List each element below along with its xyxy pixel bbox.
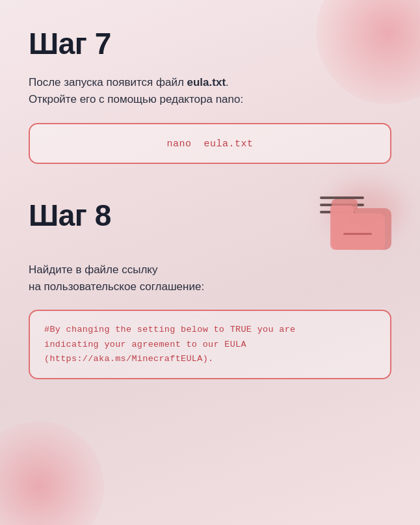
step-8-desc-line2: на пользовательское соглашение: (29, 280, 204, 293)
decorative-blob-bottom (0, 421, 104, 525)
step-7-desc-bold: eula.txt (187, 76, 226, 88)
step-8-title: Шаг 8 (29, 198, 111, 233)
step-7-section: Шаг 7 После запуска появится файл eula.t… (29, 26, 391, 164)
step-8-code-line2: indicating your agreement to our EULA (44, 340, 246, 349)
step-8-code-line1: #By changing the setting below to TRUE y… (44, 325, 295, 334)
step-8-section: Шаг 8 Найдите в файле ссылку на пользова… (29, 198, 391, 379)
folder-illustration (307, 191, 391, 250)
step-7-code-block: nano eula.txt (29, 123, 391, 164)
step-7-desc-dot: . (226, 76, 229, 88)
step-7-desc-text1: После запуска появится файл (29, 76, 187, 88)
step-7-title: Шаг 7 (29, 26, 391, 61)
step-8-code-line3: (https://aka.ms/MinecraftEULA). (44, 354, 213, 364)
step-7-command: nano eula.txt (166, 139, 253, 150)
folder-line (343, 233, 372, 235)
step-7-desc-text2: Откройте его с помощью редактора nano: (29, 93, 243, 105)
step-8-desc-line1: Найдите в файле ссылку (29, 263, 157, 276)
step-8-header: Шаг 8 (29, 198, 391, 250)
step-8-code-block: #By changing the setting below to TRUE y… (29, 310, 391, 379)
step-8-code: #By changing the setting below to TRUE y… (44, 323, 376, 366)
folder-front (330, 213, 385, 250)
step-7-description: После запуска появится файл eula.txt. От… (29, 74, 391, 109)
page-content: Шаг 7 После запуска появится файл eula.t… (0, 0, 420, 418)
step-8-description: Найдите в файле ссылку на пользовательск… (29, 262, 391, 296)
